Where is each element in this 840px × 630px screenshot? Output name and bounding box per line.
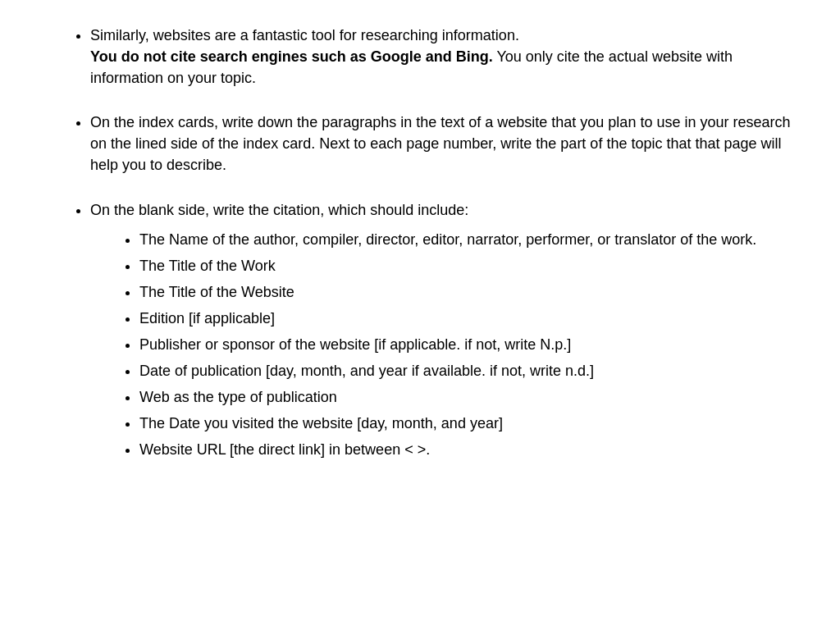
sub-list-item-8: Website URL [the direct link] in between… — [139, 439, 791, 460]
sub-list-item-1: The Title of the Work — [139, 255, 791, 276]
sub-list: The Name of the author, compiler, direct… — [90, 229, 791, 461]
bullet1-text-normal-1: Similarly, websites are a fantastic tool… — [90, 27, 519, 43]
sub-list-item-2: The Title of the Website — [139, 281, 791, 303]
bullet2-text: On the index cards, write down the parag… — [90, 114, 791, 173]
sub-list-item-3: Edition [if applicable] — [139, 308, 791, 329]
sub-list-item-7: The Date you visited the website [day, m… — [139, 413, 791, 434]
sub-list-item-5: Date of publication [day, month, and yea… — [139, 360, 791, 381]
sub-list-item-4: Publisher or sponsor of the website [if … — [139, 334, 791, 355]
bullet-item-1: Similarly, websites are a fantastic tool… — [90, 25, 791, 89]
bullet1-text-bold: You do not cite search engines such as G… — [90, 48, 493, 65]
main-list: Similarly, websites are a fantastic tool… — [66, 25, 791, 461]
bullet3-intro: On the blank side, write the citation, w… — [90, 202, 468, 218]
sub-list-item-6: Web as the type of publication — [139, 386, 791, 408]
bullet-item-2: On the index cards, write down the parag… — [90, 112, 791, 176]
sub-list-item-0: The Name of the author, compiler, direct… — [139, 229, 791, 250]
bullet-item-3: On the blank side, write the citation, w… — [90, 199, 791, 461]
